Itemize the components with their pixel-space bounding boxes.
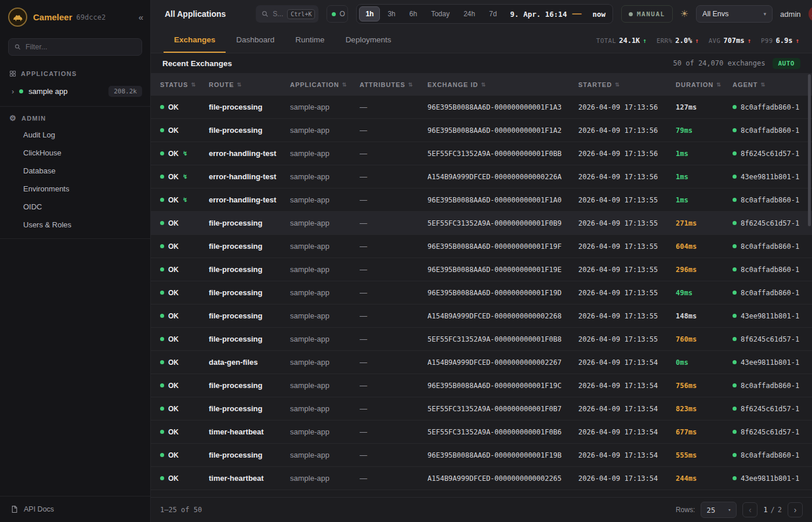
table-row[interactable]: OK ↯ error-handling-test sample-app — 5E… — [151, 142, 812, 165]
sidebar-item-clickhouse[interactable]: ClickHouse — [0, 144, 150, 162]
date-range-start[interactable]: 9. Apr. 16:14 — [510, 10, 567, 19]
agent-dot — [733, 383, 737, 387]
table-row[interactable]: OK file-processing sample-app — 96E395B0… — [151, 119, 812, 142]
trend-up-icon: ↑ — [795, 37, 799, 45]
range-button-3h[interactable]: 3h — [381, 6, 401, 21]
table-row[interactable]: OK file-processing sample-app — 96E395B0… — [151, 374, 812, 397]
sidebar-item-users-roles[interactable]: Users & Roles — [0, 216, 150, 234]
trend-up-icon: ↑ — [695, 37, 699, 45]
table-row[interactable]: OK file-processing sample-app — 96E395B0… — [151, 96, 812, 119]
live-indicator[interactable]: O — [327, 5, 348, 23]
next-page-button[interactable]: › — [788, 502, 803, 517]
started-cell: 2026-04-09 17:13:56 — [578, 173, 676, 181]
theme-toggle-button[interactable]: ☀ — [680, 9, 688, 19]
table-row[interactable]: OK ↯ error-handling-test sample-app — 96… — [151, 188, 812, 212]
instance-id: 69dcce2 — [77, 13, 106, 21]
agent-dot — [733, 105, 737, 109]
sidebar-item-oidc[interactable]: OIDC — [0, 198, 150, 216]
table-row[interactable]: OK file-processing sample-app — 96E395B0… — [151, 281, 812, 304]
api-docs-link[interactable]: API Docs — [0, 496, 150, 522]
column-header-duration[interactable]: DURATION⇅ — [676, 81, 733, 88]
duration-cell: 79ms — [676, 126, 733, 135]
range-button-6h[interactable]: 6h — [403, 6, 423, 21]
table-row[interactable]: OK file-processing sample-app — 5EF55FC3… — [151, 328, 812, 351]
range-button-1h[interactable]: 1h — [359, 6, 380, 21]
status-label: OK — [168, 335, 179, 343]
sidebar-filter-input[interactable] — [26, 43, 136, 51]
exchange-id-cell: 5EF55FC31352A9A-000000000001F0B9 — [427, 219, 578, 227]
summary-stats: TOTAL 24.1K ↑ ERR% 2.0% ↑ AVG 707ms ↑ P9… — [596, 28, 799, 53]
column-header-started[interactable]: STARTED⇅ — [578, 81, 676, 88]
date-range-end[interactable]: now — [592, 10, 606, 19]
tab-exchanges[interactable]: Exchanges — [164, 28, 226, 53]
pagination-bar: 1–25 of 50 Rows: 25 ▾ ‹ 1 / 2 › — [151, 497, 812, 522]
attributes-cell: — — [360, 242, 427, 251]
tab-runtime[interactable]: Runtime — [285, 28, 335, 53]
range-button-24h[interactable]: 24h — [457, 6, 481, 21]
agent-cell: 8f6245c61d57-1 — [733, 405, 812, 413]
column-header-agent[interactable]: AGENT⇅ — [733, 81, 812, 88]
started-cell: 2026-04-09 17:13:55 — [578, 219, 676, 227]
table-row[interactable]: OK file-processing sample-app — A154B9A9… — [151, 304, 812, 328]
column-header-application[interactable]: APPLICATION⇅ — [290, 81, 360, 88]
manual-refresh-button[interactable]: MANUAL — [621, 5, 673, 23]
agent-cell: 8c0affadb860-1 — [733, 266, 812, 274]
table-row[interactable]: OK file-processing sample-app — 5EF55FC3… — [151, 212, 812, 235]
trend-up-icon: ↑ — [643, 37, 647, 45]
global-search[interactable]: S... Ctrl+K — [256, 5, 318, 23]
prev-page-button[interactable]: ‹ — [742, 502, 757, 517]
agent-cell: 8f6245c61d57-1 — [733, 219, 812, 227]
column-header-exchange-id[interactable]: EXCHANGE ID⇅ — [427, 81, 578, 88]
route-cell: file-processing — [209, 103, 290, 111]
sidebar-collapse-button[interactable]: « — [139, 12, 143, 22]
started-cell: 2026-04-09 17:13:54 — [578, 382, 676, 390]
tab-dashboard[interactable]: Dashboard — [226, 28, 285, 53]
column-header-status[interactable]: STATUS⇅ — [160, 81, 209, 88]
sort-icon: ⇅ — [481, 82, 486, 88]
range-button-7d[interactable]: 7d — [483, 6, 503, 21]
agent-cell: 8c0affadb860-1 — [733, 196, 812, 204]
duration-cell: 756ms — [676, 382, 733, 390]
started-cell: 2026-04-09 17:13:55 — [578, 312, 676, 320]
table-row[interactable]: OK file-processing sample-app — 5EF55FC3… — [151, 397, 812, 420]
column-header-attributes[interactable]: ATTRIBUTES⇅ — [360, 81, 427, 88]
status-cell: OK — [160, 382, 209, 390]
application-cell: sample-app — [290, 381, 360, 390]
username-label: admin — [780, 10, 800, 19]
vertical-scrollbar[interactable] — [808, 74, 811, 226]
table-row[interactable]: OK timer-heartbeat sample-app — 5EF55FC3… — [151, 420, 812, 444]
table-header-row: STATUS⇅ ROUTE⇅ APPLICATION⇅ ATTRIBUTES⇅ … — [151, 73, 812, 96]
table-row[interactable]: OK file-processing sample-app — 96E395B0… — [151, 235, 812, 258]
avatar[interactable]: AD — [809, 6, 812, 22]
application-cell: sample-app — [290, 242, 360, 251]
attributes-cell: — — [360, 427, 427, 436]
column-header-route[interactable]: ROUTE⇅ — [209, 81, 290, 88]
sidebar-item-audit-log[interactable]: Audit Log — [0, 126, 150, 144]
auto-refresh-badge[interactable]: AUTO — [773, 58, 801, 69]
started-cell: 2026-04-09 17:13:55 — [578, 196, 676, 204]
exchange-id-cell: 5EF55FC31352A9A-000000000001F0BB — [427, 150, 578, 158]
table-row[interactable]: OK ↯ error-handling-test sample-app — A1… — [151, 165, 812, 188]
page-separator: / — [771, 506, 775, 514]
rows-per-page-select[interactable]: 25 ▾ — [701, 502, 737, 518]
environments-dropdown[interactable]: All Envs ▾ — [696, 5, 773, 23]
sort-icon: ⇅ — [342, 82, 347, 88]
sidebar-item-environments[interactable]: Environments — [0, 180, 150, 198]
status-label: OK — [168, 451, 179, 459]
attributes-cell: — — [360, 288, 427, 297]
table-row[interactable]: OK data-gen-files sample-app — A154B9A99… — [151, 351, 812, 374]
status-ok-dot — [160, 291, 164, 295]
range-button-today[interactable]: Today — [425, 6, 456, 21]
table-row[interactable]: OK file-processing sample-app — 96E395B0… — [151, 258, 812, 281]
table-row[interactable]: OK timer-heartbeat sample-app — A154B9A9… — [151, 467, 812, 490]
exchange-count-badge: 208.2k — [108, 86, 142, 97]
started-cell: 2026-04-09 17:13:54 — [578, 358, 676, 367]
attributes-cell: — — [360, 404, 427, 413]
sidebar-item-sample-app[interactable]: › sample app 208.2k — [0, 81, 150, 102]
tab-deployments[interactable]: Deployments — [335, 28, 402, 53]
live-dot — [332, 12, 336, 16]
applications-section-label: APPLICATIONS — [21, 70, 77, 77]
sidebar-item-database[interactable]: Database — [0, 162, 150, 180]
table-row[interactable]: OK file-processing sample-app — 96E395B0… — [151, 444, 812, 467]
total-pages: 2 — [778, 506, 782, 514]
